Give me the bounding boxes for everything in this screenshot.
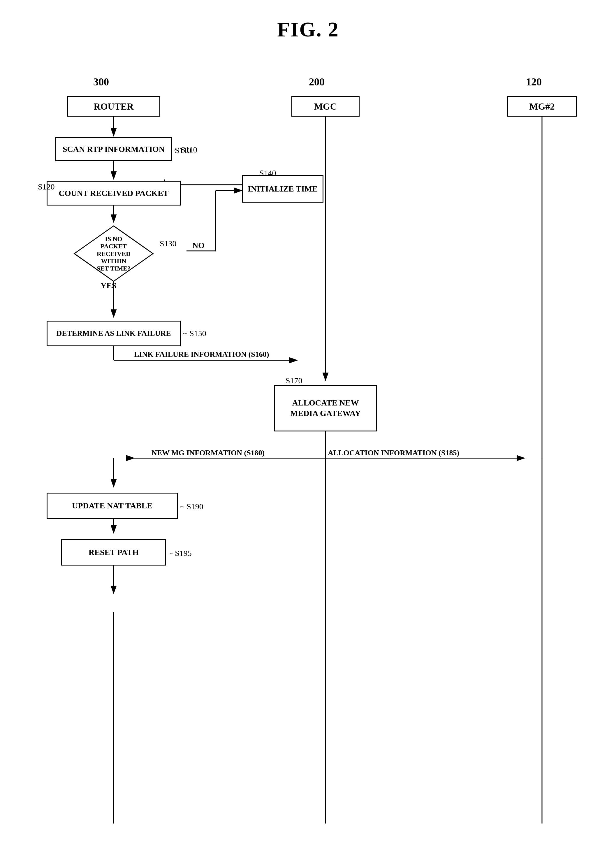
router-number: 300 [93, 76, 109, 88]
packet-diamond: IS NOPACKET RECEIVED WITHINSET TIME? [73, 225, 154, 283]
s150-label: ~ S150 [183, 329, 206, 338]
count-packet-box: COUNT RECEIVED PACKET [47, 181, 181, 205]
svg-text:NO: NO [192, 241, 205, 250]
mgc-number: 200 [309, 76, 325, 88]
s170-label: S170 [286, 376, 302, 385]
update-nat-box: UPDATE NAT TABLE [47, 493, 178, 519]
reset-path-box: RESET PATH [61, 539, 166, 565]
mg2-box: MG#2 [507, 96, 577, 117]
s195-label: ~ S195 [169, 549, 192, 558]
s140-label: S140 [259, 169, 276, 178]
page-title: FIG. 2 [0, 0, 616, 42]
mg2-number: 120 [526, 76, 542, 88]
allocate-mg-box: ALLOCATE NEWMEDIA GATEWAY [274, 385, 377, 432]
scan-rtp-box: SCAN RTP INFORMATION [55, 137, 172, 161]
router-box: ROUTER [67, 96, 160, 117]
s130-label: S130 [160, 239, 177, 248]
mgc-box: MGC [291, 96, 359, 117]
svg-text:NEW MG INFORMATION (S180): NEW MG INFORMATION (S180) [151, 449, 265, 457]
init-time-box: INITIALIZE TIME [242, 175, 323, 203]
s120-label: S120 [38, 182, 55, 192]
s110-label: ~ S110 [174, 145, 197, 154]
svg-text:ALLOCATION INFORMATION (S185): ALLOCATION INFORMATION (S185) [328, 449, 459, 457]
link-failure-box: DETERMINE AS LINK FAILURE [47, 321, 181, 346]
svg-text:LINK FAILURE INFORMATION (S160: LINK FAILURE INFORMATION (S160) [134, 350, 269, 358]
s190-label: ~ S190 [180, 502, 203, 511]
